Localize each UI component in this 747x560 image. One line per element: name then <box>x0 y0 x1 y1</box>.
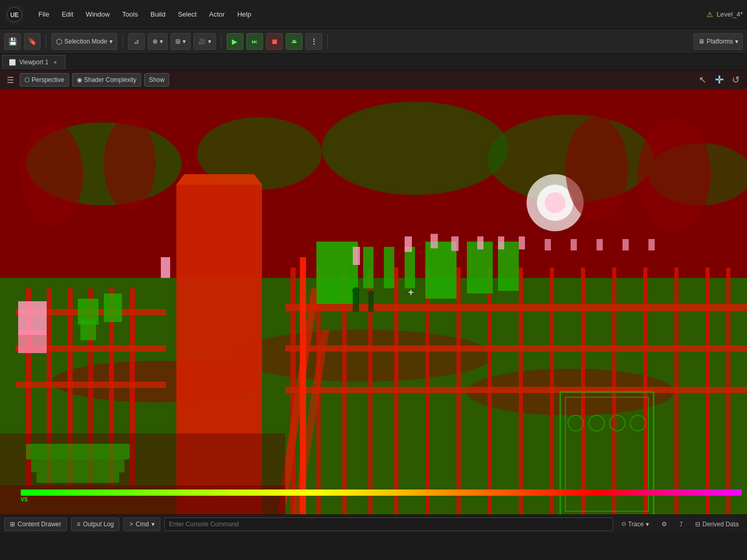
menu-actor[interactable]: Actor <box>204 8 230 20</box>
svg-text:UE: UE <box>10 11 19 19</box>
camera-icon: 🎥 <box>198 38 206 45</box>
share-button[interactable]: ⤴ <box>675 517 687 531</box>
warning-icon: ⚠ <box>707 10 713 19</box>
svg-rect-47 <box>405 247 415 288</box>
content-drawer-label: Content Drawer <box>18 521 61 528</box>
toolbar-separator-2 <box>122 34 123 49</box>
content-drawer-button[interactable]: ⊞ Content Drawer <box>4 517 67 531</box>
viewport-tab-close[interactable]: × <box>51 59 59 66</box>
status-bar: ⊞ Content Drawer ≡ Output Log > Cmd ▾ ⊙ … <box>0 514 747 533</box>
perspective-button[interactable]: ⬡ Perspective <box>20 73 69 87</box>
svg-rect-41 <box>285 387 747 393</box>
svg-rect-58 <box>519 236 525 249</box>
project-info: ⚠ Level_4* <box>707 10 743 19</box>
show-button[interactable]: Show <box>144 73 169 87</box>
svg-rect-51 <box>161 257 170 278</box>
menu-edit[interactable]: Edit <box>57 8 78 20</box>
menu-tools[interactable]: Tools <box>117 8 143 20</box>
svg-rect-80 <box>26 444 130 459</box>
trace-label: Trace <box>628 521 644 528</box>
console-input[interactable] <box>169 521 608 528</box>
menu-help[interactable]: Help <box>232 8 256 20</box>
cmd-arrow: ▾ <box>151 521 155 528</box>
derived-data-icon: ⊟ <box>695 521 700 528</box>
snap-settings-button[interactable]: ⊞ ▾ <box>171 33 190 50</box>
refresh-icon[interactable]: ↺ <box>728 73 743 87</box>
snap-settings-arrow: ▾ <box>183 38 186 45</box>
shader-complexity-button[interactable]: ◉ Shader Complexity <box>72 73 141 87</box>
svg-rect-82 <box>36 472 119 483</box>
svg-rect-54 <box>431 234 438 248</box>
viewport-toolbar: ☰ ⬡ Perspective ◉ Shader Complexity Show <box>0 71 747 89</box>
svg-rect-52 <box>353 247 360 265</box>
svg-rect-70 <box>80 319 96 340</box>
share-icon: ⤴ <box>680 521 683 528</box>
camera-button[interactable]: 🎥 ▾ <box>193 33 216 50</box>
more-options-button[interactable]: ⋮ <box>306 33 322 50</box>
skip-button[interactable]: ⏭ <box>246 33 263 50</box>
svg-rect-56 <box>477 236 483 249</box>
selection-mode-button[interactable]: ⬡ Selection Mode ▾ <box>51 33 117 50</box>
toolbar-separator-1 <box>46 34 46 49</box>
status-right-area: ⊙ Trace ▾ ⚙ ⤴ ⊟ Derived Data <box>617 517 743 531</box>
play-button[interactable]: ▶ <box>227 33 243 50</box>
save-button[interactable]: 💾 <box>4 33 21 50</box>
menu-window[interactable]: Window <box>80 8 115 20</box>
svg-rect-87 <box>300 257 306 514</box>
viewport-menu-button[interactable]: ☰ <box>4 74 17 86</box>
add-icon[interactable]: ✛ <box>712 73 726 87</box>
stop-button[interactable]: ⏹ <box>266 33 283 50</box>
snap-button[interactable]: ⊿ <box>128 33 145 50</box>
svg-point-84 <box>104 117 156 211</box>
shader-legend-label: VS <box>21 497 27 502</box>
cmd-icon: > <box>129 521 133 528</box>
menu-build[interactable]: Build <box>145 8 171 20</box>
transform-button[interactable]: ⊕ ▾ <box>148 33 168 50</box>
svg-rect-71 <box>104 293 122 322</box>
menu-file[interactable]: File <box>33 8 54 20</box>
svg-point-5 <box>322 102 508 195</box>
platforms-button[interactable]: 🖥 Platforms ▾ <box>694 33 743 50</box>
viewport-right-icons: ↖ ✛ ↺ <box>695 73 743 87</box>
svg-point-10 <box>233 330 493 382</box>
viewport-tab-label: Viewport 1 <box>19 59 48 66</box>
output-log-button[interactable]: ≡ Output Log <box>71 517 119 531</box>
viewport-tab-icon: ⬜ <box>9 59 16 66</box>
settings-button[interactable]: ⚙ <box>657 517 671 531</box>
output-log-icon: ≡ <box>77 521 80 528</box>
svg-point-86 <box>638 117 711 231</box>
platforms-label: Platforms <box>707 38 733 45</box>
cmd-button[interactable]: > Cmd ▾ <box>123 517 160 531</box>
svg-rect-45 <box>363 247 374 288</box>
toolbar-separator-4 <box>327 34 328 49</box>
svg-point-83 <box>21 122 83 226</box>
trace-button[interactable]: ⊙ Trace ▾ <box>617 517 653 531</box>
svg-rect-65 <box>18 330 47 353</box>
console-input-wrapper[interactable] <box>164 517 613 531</box>
svg-rect-53 <box>405 236 412 252</box>
platforms-arrow: ▾ <box>735 38 738 45</box>
svg-rect-88 <box>353 293 359 312</box>
viewport-tab-1[interactable]: ⬜ Viewport 1 × <box>2 55 65 69</box>
shader-legend-bar <box>21 489 742 496</box>
trace-arrow: ▾ <box>646 521 649 528</box>
ue-logo: UE <box>4 4 25 25</box>
toolbar-separator-3 <box>221 34 222 49</box>
derived-data-button[interactable]: ⊟ Derived Data <box>691 517 743 531</box>
menu-select[interactable]: Select <box>173 8 202 20</box>
select-mode-icon[interactable]: ↖ <box>695 73 710 87</box>
settings-icon: ⚙ <box>661 521 667 528</box>
svg-rect-22 <box>16 382 166 388</box>
svg-rect-44 <box>316 242 358 304</box>
svg-rect-60 <box>571 239 577 250</box>
viewport-area[interactable]: ☰ ⬡ Perspective ◉ Shader Complexity Show… <box>0 71 747 514</box>
svg-marker-13 <box>176 174 262 185</box>
bookmark-button[interactable]: 🔖 <box>24 33 40 50</box>
derived-data-label: Derived Data <box>702 521 739 528</box>
svg-rect-61 <box>597 239 603 250</box>
selection-mode-icon: ⬡ <box>56 37 62 46</box>
svg-rect-57 <box>498 236 504 249</box>
svg-point-89 <box>352 287 359 295</box>
perspective-icon: ⬡ <box>24 76 30 83</box>
eject-button[interactable]: ⏏ <box>286 33 302 50</box>
